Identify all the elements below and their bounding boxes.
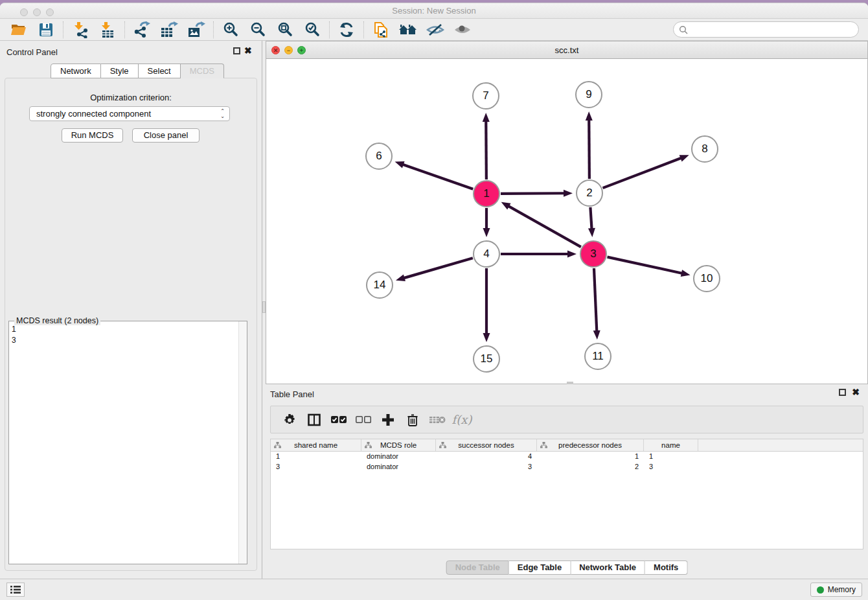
graph-node-7[interactable]: 7 — [472, 82, 499, 110]
memory-status-icon — [817, 586, 824, 594]
tab-motifs[interactable]: Motifs — [645, 560, 687, 575]
import-table-icon[interactable] — [98, 20, 117, 40]
tab-network-table[interactable]: Network Table — [571, 560, 645, 575]
graph-node-11[interactable]: 11 — [584, 343, 611, 370]
table-row[interactable]: 3dominator323 — [271, 462, 863, 472]
table-close-icon[interactable]: ✖ — [852, 387, 860, 397]
graph-node-1[interactable]: 1 — [473, 180, 500, 207]
mcds-panel: Optimization criterion: strongly connect… — [5, 78, 257, 571]
task-history-button[interactable] — [6, 583, 25, 597]
column-header-shared-name[interactable]: shared name — [271, 439, 361, 451]
graph-node-4[interactable]: 4 — [473, 240, 500, 268]
table-panel-title: Table Panel — [270, 389, 314, 399]
graph-node-2[interactable]: 2 — [576, 179, 603, 207]
tab-select[interactable]: Select — [139, 63, 181, 78]
apply-function-icon[interactable]: f(x) — [452, 410, 472, 430]
table-cell: 3 — [436, 462, 537, 472]
show-all-icon[interactable] — [453, 20, 472, 40]
view-close-button[interactable]: ✕ — [271, 46, 280, 54]
criterion-select[interactable]: strongly connected component ⌃⌄ — [29, 106, 230, 121]
add-row-icon[interactable] — [378, 410, 398, 430]
tab-style[interactable]: Style — [101, 63, 139, 78]
tab-edge-table[interactable]: Edge Table — [509, 560, 571, 575]
app-zoom-button[interactable] — [46, 8, 54, 16]
gear-icon[interactable] — [280, 410, 299, 430]
column-label: shared name — [294, 441, 337, 449]
mcds-result-scrollbar[interactable] — [238, 321, 247, 564]
table-float-icon[interactable] — [839, 389, 846, 396]
refresh-view-icon[interactable] — [337, 20, 356, 40]
graph-node-3[interactable]: 3 — [580, 240, 607, 268]
table-panel: Table Panel ✖ f(x) — [266, 384, 868, 579]
view-minimize-button[interactable]: − — [284, 46, 293, 54]
toolbar-separator — [213, 21, 214, 38]
graph-node-6[interactable]: 6 — [365, 143, 393, 170]
network-overview-icon[interactable] — [371, 20, 391, 40]
export-image-icon[interactable] — [187, 20, 206, 40]
app-window: Session: New Session — [0, 3, 868, 600]
zoom-in-icon[interactable] — [221, 20, 240, 40]
node-layer: 7968124314101511 — [266, 60, 867, 384]
graph-node-14[interactable]: 14 — [366, 271, 393, 299]
table-cell: 1 — [644, 452, 698, 462]
view-zoom-button[interactable]: + — [297, 46, 306, 54]
zoom-out-icon[interactable] — [248, 20, 268, 40]
table-cell: 1 — [271, 452, 361, 462]
columns-icon[interactable] — [304, 410, 324, 430]
float-panel-icon[interactable] — [233, 47, 240, 54]
app-title: Session: New Session — [0, 3, 868, 19]
column-label: predecessor nodes — [558, 441, 622, 449]
select-all-checkboxes-icon[interactable] — [329, 410, 348, 430]
close-panel-icon[interactable]: ✖ — [244, 46, 252, 55]
tab-mcds[interactable]: MCDS — [181, 63, 224, 78]
tab-network[interactable]: Network — [51, 63, 101, 78]
zoom-selected-icon[interactable] — [303, 20, 322, 40]
control-panel-title: Control Panel — [6, 47, 58, 57]
close-panel-button[interactable]: Close panel — [132, 128, 200, 143]
hide-selected-icon[interactable] — [426, 20, 445, 40]
run-mcds-button[interactable]: Run MCDS — [62, 128, 123, 143]
home-layout-icon[interactable] — [398, 20, 418, 40]
tab-node-table[interactable]: Node Table — [446, 560, 509, 575]
import-network-icon[interactable] — [71, 20, 90, 40]
open-session-icon[interactable] — [9, 20, 29, 40]
table-tabs: Node TableEdge TableNetwork TableMotifs — [446, 560, 688, 575]
toolbar-separator — [363, 21, 364, 38]
toolbar-separator — [63, 21, 63, 38]
save-session-icon[interactable] — [36, 20, 56, 40]
table-toolbar: f(x) — [270, 406, 863, 433]
main-toolbar — [0, 19, 868, 41]
network-canvas[interactable]: 7968124314101511 — [266, 60, 867, 384]
delete-row-icon[interactable] — [403, 410, 422, 430]
graph-node-10[interactable]: 10 — [693, 265, 720, 292]
delete-column-icon[interactable] — [428, 410, 447, 430]
graph-node-9[interactable]: 9 — [575, 81, 602, 108]
export-table-icon[interactable] — [159, 20, 179, 40]
column-header-predecessor-nodes[interactable]: predecessor nodes — [537, 439, 644, 451]
column-header-MCDS-role[interactable]: MCDS role — [361, 439, 436, 451]
graph-node-15[interactable]: 15 — [473, 345, 500, 373]
status-bar: Memory — [0, 579, 868, 600]
table-cell: dominator — [361, 452, 436, 462]
column-label: MCDS role — [380, 441, 417, 449]
deselect-all-checkboxes-icon[interactable] — [354, 410, 373, 430]
mcds-result-text: 1 3 — [12, 324, 236, 562]
export-network-icon[interactable] — [132, 20, 152, 40]
column-header-name[interactable]: name — [644, 439, 698, 451]
toolbar-separator — [124, 21, 125, 38]
graph-node-8[interactable]: 8 — [691, 135, 718, 163]
search-field[interactable] — [673, 21, 859, 38]
app-titlebar: Session: New Session — [0, 3, 868, 19]
search-input[interactable] — [688, 25, 853, 34]
table-row[interactable]: 1dominator411 — [271, 452, 863, 462]
app-minimize-button[interactable] — [33, 8, 41, 16]
zoom-fit-icon[interactable] — [275, 20, 295, 40]
memory-button[interactable]: Memory — [810, 583, 862, 597]
table-cell: 2 — [537, 462, 644, 472]
criterion-value: strongly connected component — [36, 109, 151, 119]
optimization-criterion-label: Optimization criterion: — [5, 93, 257, 102]
mcds-result-box: MCDS result (2 nodes) 1 3 — [8, 321, 247, 564]
app-close-button[interactable] — [20, 8, 28, 16]
column-header-successor-nodes[interactable]: successor nodes — [436, 439, 537, 451]
table-cell: 4 — [436, 452, 537, 462]
